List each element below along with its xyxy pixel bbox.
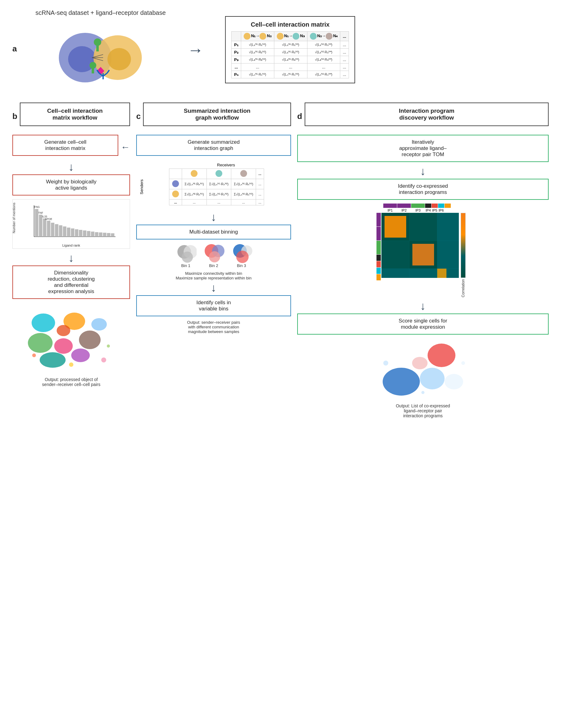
svg-point-60 xyxy=(172,191,179,197)
ip4-bar xyxy=(425,204,431,208)
svg-point-54 xyxy=(107,344,110,348)
svg-point-88 xyxy=(445,374,463,389)
svg-rect-76 xyxy=(437,269,446,278)
svg-rect-34 xyxy=(95,232,99,237)
d-output-label: Output: List of co-expressedligand–recep… xyxy=(297,403,549,418)
svg-point-91 xyxy=(461,361,465,365)
bin1-item: Bin 1 xyxy=(175,243,197,268)
ip4-label: IP4 xyxy=(425,208,431,212)
svg-point-57 xyxy=(216,170,222,177)
d-step2-text: Identify co-expressedinteraction program… xyxy=(398,183,448,195)
d-step3-box: Score single cells formodule expression xyxy=(297,314,549,335)
panel-d-title: Interaction programdiscovery workflow xyxy=(304,103,549,126)
svg-rect-33 xyxy=(91,232,94,237)
svg-rect-29 xyxy=(75,229,78,237)
section-a-arrow: → xyxy=(187,41,204,59)
ip-row-bars xyxy=(376,213,381,297)
umap-svg xyxy=(15,306,121,374)
svg-rect-28 xyxy=(71,228,74,237)
cell-illustration xyxy=(57,22,144,90)
row-ip4 xyxy=(376,255,381,261)
panel-c-title: Summarized interactiongraph workflow xyxy=(143,103,291,126)
svg-rect-25 xyxy=(59,225,62,237)
ip6-label: IP6 xyxy=(438,208,444,212)
c-step3-text: Identify cells invariable bins xyxy=(196,300,231,312)
svg-point-43 xyxy=(32,314,55,332)
d-heatmap-wrapper: IP1 IP2 IP3 IP4 IP5 IP6 xyxy=(376,204,469,297)
svg-rect-78 xyxy=(381,241,409,269)
bin3-label: Bin 3 xyxy=(237,263,246,268)
d-step2-box: Identify co-expressedinteraction program… xyxy=(297,179,549,200)
svg-point-66 xyxy=(209,251,220,262)
ip6-bar xyxy=(438,204,444,208)
section-d: d Interaction programdiscovery workflow … xyxy=(297,103,549,418)
c-step1-box: Generate summarizedinteraction graph xyxy=(136,135,291,156)
color-gradient-bar xyxy=(461,213,466,278)
d-step1-box: Iterativelyapproximate ligand–receptor p… xyxy=(297,135,549,162)
bin2-item: Bin 2 xyxy=(203,243,225,268)
c-rs-table-container: Receivers Senders ... xyxy=(136,160,291,208)
c-arrow1: ↓ xyxy=(136,212,291,223)
b-step2-text: Weight by biologicallyactive ligands xyxy=(46,179,96,191)
b-arrow-from-c: ← xyxy=(121,142,130,152)
heatmap-svg xyxy=(381,213,459,278)
svg-point-53 xyxy=(32,353,36,357)
b-umap-container: Output: processed object ofsender–receiv… xyxy=(12,303,130,390)
b-step1-box: Generate cell–cellinteraction matrix xyxy=(12,135,118,156)
bin3-item: Bin 3 xyxy=(231,243,252,268)
matrix-container: Cell–cell interaction matrix N₁→N₂ N₁→N₃… xyxy=(225,16,355,83)
panel-c-label: c xyxy=(136,112,141,121)
ip2-label: IP2 xyxy=(397,208,411,212)
svg-point-52 xyxy=(101,357,106,362)
svg-point-58 xyxy=(240,170,247,177)
ip1-bar xyxy=(383,204,397,208)
correlation-bar: Correlation xyxy=(461,213,466,297)
b-step3-box: Dimensionalityreduction, clusteringand d… xyxy=(12,265,130,299)
panel-b-label: b xyxy=(12,112,17,121)
panel-d-label: d xyxy=(297,112,302,121)
d-arrow1: ↓ xyxy=(297,166,549,177)
svg-rect-22 xyxy=(47,221,50,237)
svg-rect-27 xyxy=(67,228,70,237)
svg-point-56 xyxy=(191,170,198,177)
cell-svg xyxy=(57,22,144,90)
svg-rect-30 xyxy=(79,230,82,237)
svg-point-86 xyxy=(383,368,420,396)
svg-point-3 xyxy=(107,48,131,70)
b-arrow2: ↓ xyxy=(12,252,130,264)
svg-rect-35 xyxy=(99,232,103,237)
ip2-bar xyxy=(397,204,411,208)
svg-point-47 xyxy=(54,338,73,354)
correlation-label: Correlation xyxy=(461,279,465,297)
bar-chart-x-label: Ligand rank xyxy=(17,243,125,247)
bin2-label: Bin 2 xyxy=(209,263,218,268)
panel-a-label: a xyxy=(12,44,17,54)
svg-rect-19 xyxy=(35,209,38,237)
c-output-label: Output: sender–receiver pairswith differ… xyxy=(136,320,291,334)
svg-rect-7 xyxy=(92,68,94,73)
section-a: a scRNA-seq dataset + ligand–receptor da… xyxy=(12,9,549,90)
d-arrow2: ↓ xyxy=(297,300,549,312)
svg-point-6 xyxy=(90,62,96,69)
svg-point-45 xyxy=(57,325,70,336)
svg-text:TNF: TNF xyxy=(38,211,43,214)
d-step3-text: Score single cells formodule expression xyxy=(399,318,447,330)
svg-point-63 xyxy=(182,252,193,263)
svg-point-90 xyxy=(383,361,388,366)
c-step1-text: Generate summarizedinteraction graph xyxy=(188,139,240,151)
svg-rect-5 xyxy=(96,45,99,51)
row-ip3 xyxy=(376,241,381,254)
svg-rect-32 xyxy=(87,231,90,237)
svg-text:IFNG: IFNG xyxy=(33,205,40,208)
svg-rect-21 xyxy=(43,218,46,237)
b-step3-text: Dimensionalityreduction, clusteringand d… xyxy=(48,270,95,294)
row-ip5 xyxy=(376,261,381,267)
svg-point-59 xyxy=(172,180,179,187)
matrix-title: Cell–cell interaction matrix xyxy=(231,21,349,28)
sections-bcd: b Cell–cell interactionmatrix workflow G… xyxy=(12,103,549,418)
svg-rect-37 xyxy=(107,233,110,237)
b-step2-box: Weight by biologicallyactive ligands xyxy=(12,174,130,195)
svg-rect-31 xyxy=(83,230,86,237)
c-senders-label: Senders xyxy=(139,179,144,194)
row-ip2 xyxy=(376,227,381,240)
